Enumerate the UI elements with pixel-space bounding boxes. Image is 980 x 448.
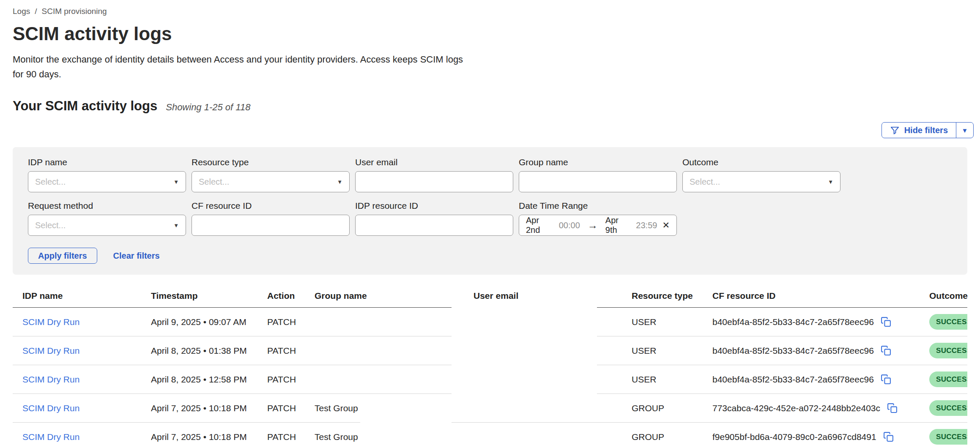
filter-field-request-method: Request method Select... ▼ [28, 201, 186, 236]
cell-resource-type: USER [627, 336, 707, 365]
field-label: Date Time Range [519, 201, 677, 211]
range-start-date[interactable]: Apr 2nd [526, 216, 554, 235]
page-title: SCIM activity logs [13, 23, 967, 44]
chevron-down-icon: ▼ [962, 127, 968, 134]
filters-toolbar: Hide filters ▼ [13, 122, 974, 138]
filter-grid: IDP name Select... ▼ Resource type Selec… [28, 157, 952, 236]
resource-type-select[interactable]: Select... ▼ [192, 171, 350, 192]
column-header-user-email: User email [468, 291, 627, 308]
cell-idp-name: SCIM Dry Run [13, 336, 146, 365]
breadcrumb-scim-provisioning[interactable]: SCIM provisioning [41, 7, 107, 16]
cell-group-name [309, 365, 468, 394]
field-label: IDP name [28, 157, 186, 167]
cell-resource-type: USER [627, 365, 707, 394]
range-end-time[interactable]: 23:59 [636, 221, 657, 230]
field-label: IDP resource ID [355, 201, 513, 211]
idp-name-select[interactable]: Select... ▼ [28, 171, 186, 192]
range-end-date[interactable]: Apr 9th [605, 216, 631, 235]
cell-outcome: SUCCESS [924, 423, 967, 448]
cf-resource-id-value: 773cabca-429c-452e-a072-2448bb2e403c [712, 403, 880, 413]
cell-resource-type: GROUP [627, 423, 707, 448]
cf-resource-id-input[interactable] [192, 215, 350, 236]
cell-action: PATCH [262, 423, 309, 448]
table-header-row: IDP nameTimestampActionGroup nameUser em… [13, 291, 967, 308]
column-header-resource-type: Resource type [627, 291, 707, 308]
copy-icon[interactable] [881, 345, 891, 356]
cell-cf-resource-id: b40ebf4a-85f2-5b33-84c7-2a65f78eec96 [707, 336, 924, 365]
copy-icon[interactable] [881, 374, 891, 385]
select-placeholder: Select... [690, 177, 720, 187]
column-header-group-name: Group name [309, 291, 468, 308]
column-header-action: Action [262, 291, 309, 308]
range-start-time[interactable]: 00:00 [559, 221, 580, 230]
idp-resource-id-input[interactable] [355, 215, 513, 236]
cell-resource-type: USER [627, 308, 707, 336]
page-description: Monitor the exchange of identity details… [13, 52, 467, 82]
hide-filters-label: Hide filters [904, 126, 948, 135]
cf-resource-id-value: f9e905bf-bd6a-4079-89c0-2a6967cd8491 [712, 432, 876, 442]
breadcrumb: Logs / SCIM provisioning [13, 7, 967, 16]
field-label: Resource type [192, 157, 350, 167]
filters-dropdown-toggle[interactable]: ▼ [956, 123, 973, 138]
column-header-outcome: Outcome [924, 291, 967, 308]
cell-timestamp: April 8, 2025 • 01:38 PM [146, 336, 262, 365]
outcome-badge: SUCCESS [929, 429, 967, 445]
caret-down-icon: ▼ [173, 179, 179, 185]
caret-down-icon: ▼ [828, 179, 833, 185]
cell-user-email [468, 423, 627, 448]
section-title: Your SCIM activity logs [13, 98, 157, 114]
breadcrumb-logs[interactable]: Logs [13, 7, 30, 16]
cell-outcome: SUCCESS [924, 336, 967, 365]
clear-filters-link[interactable]: Clear filters [113, 251, 160, 261]
filter-field-date-time-range: Date Time Range Apr 2nd 00:00 → Apr 9th … [519, 201, 677, 236]
cell-outcome: SUCCESS [924, 394, 967, 423]
arrow-right-icon: → [588, 219, 598, 231]
cell-idp-name: SCIM Dry Run [13, 423, 146, 448]
cell-action: PATCH [262, 308, 309, 336]
hide-filters-button[interactable]: Hide filters ▼ [881, 122, 974, 138]
cf-resource-id-value: b40ebf4a-85f2-5b33-84c7-2a65f78eec96 [712, 317, 874, 327]
copy-icon[interactable] [881, 317, 891, 327]
idp-name-link[interactable]: SCIM Dry Run [22, 403, 79, 413]
cell-cf-resource-id: f9e905bf-bd6a-4079-89c0-2a6967cd8491 [707, 423, 924, 448]
outcome-select[interactable]: Select... ▼ [682, 171, 840, 192]
close-icon[interactable]: ✕ [662, 220, 670, 230]
apply-filters-button[interactable]: Apply filters [28, 248, 97, 264]
cell-cf-resource-id: b40ebf4a-85f2-5b33-84c7-2a65f78eec96 [707, 308, 924, 336]
cell-idp-name: SCIM Dry Run [13, 308, 146, 336]
idp-name-link[interactable]: SCIM Dry Run [22, 317, 79, 327]
redaction-overlay [360, 396, 452, 448]
cell-timestamp: April 7, 2025 • 10:18 PM [146, 394, 262, 423]
column-header-idp-name: IDP name [13, 291, 146, 308]
table-row: SCIM Dry RunApril 7, 2025 • 10:18 PMPATC… [13, 423, 967, 448]
user-email-input[interactable] [355, 171, 513, 192]
idp-name-link[interactable]: SCIM Dry Run [22, 346, 79, 355]
cell-timestamp: April 8, 2025 • 12:58 PM [146, 365, 262, 394]
idp-name-link[interactable]: SCIM Dry Run [22, 432, 79, 442]
cell-group-name [309, 308, 468, 336]
select-placeholder: Select... [35, 221, 66, 230]
request-method-select[interactable]: Select... ▼ [28, 215, 186, 236]
caret-down-icon: ▼ [173, 222, 179, 229]
filter-field-cf-resource-id: CF resource ID [192, 201, 350, 236]
cell-action: PATCH [262, 394, 309, 423]
date-time-range-picker[interactable]: Apr 2nd 00:00 → Apr 9th 23:59 ✕ [519, 215, 677, 236]
funnel-icon [890, 126, 900, 135]
cell-timestamp: April 9, 2025 • 09:07 AM [146, 308, 262, 336]
copy-icon[interactable] [887, 403, 898, 413]
section-header: Your SCIM activity logs Showing 1-25 of … [13, 98, 967, 114]
filter-field-idp-resource-id: IDP resource ID [355, 201, 513, 236]
filter-field-resource-type: Resource type Select... ▼ [192, 157, 350, 192]
group-name-input[interactable] [519, 171, 677, 192]
field-label: User email [355, 157, 513, 167]
field-label: CF resource ID [192, 201, 350, 211]
cell-group-name [309, 336, 468, 365]
outcome-badge: SUCCESS [929, 372, 967, 387]
filter-field-group-name: Group name [519, 157, 677, 192]
cell-outcome: SUCCESS [924, 308, 967, 336]
cell-resource-type: GROUP [627, 394, 707, 423]
cell-cf-resource-id: b40ebf4a-85f2-5b33-84c7-2a65f78eec96 [707, 365, 924, 394]
results-count: Showing 1-25 of 118 [166, 102, 250, 113]
idp-name-link[interactable]: SCIM Dry Run [22, 374, 79, 384]
copy-icon[interactable] [883, 432, 894, 442]
